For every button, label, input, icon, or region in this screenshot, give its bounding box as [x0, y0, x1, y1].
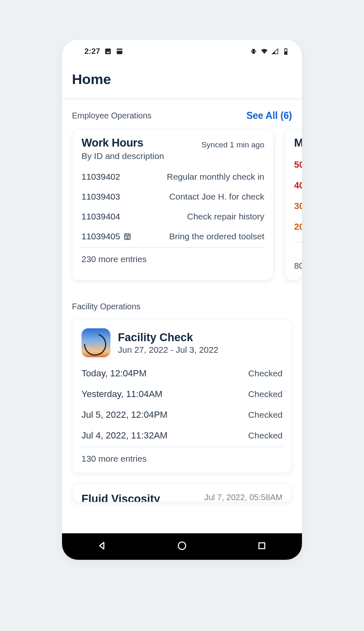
facility-status: Checked [248, 431, 283, 441]
facility-row[interactable]: Jul 5, 2022, 12:04PM Checked [81, 405, 283, 425]
row-id: 11039404 [81, 212, 120, 222]
page-title: Home [72, 71, 292, 87]
divider [294, 242, 302, 243]
signal-icon [271, 48, 279, 55]
facility-check-card[interactable]: Facility Check Jun 27, 2022 - Jul 3, 202… [72, 319, 292, 473]
android-nav-bar [62, 533, 302, 560]
work-hours-row[interactable]: 11039402 Regular monthly check in [81, 167, 264, 187]
facility-status: Checked [248, 368, 283, 378]
peek-value: 30 [294, 201, 302, 212]
svg-rect-0 [105, 48, 111, 54]
see-all-link[interactable]: See All (6) [247, 110, 292, 121]
work-hours-title: Work Hours [81, 137, 144, 149]
work-hours-row[interactable]: 11039405 Bring the ordered toolset [81, 226, 264, 246]
facility-when: Jul 4, 2022, 11:32AM [81, 430, 168, 441]
facility-status: Checked [248, 389, 283, 399]
back-icon[interactable] [97, 541, 107, 552]
svg-rect-4 [117, 48, 122, 50]
recents-icon[interactable] [257, 541, 267, 552]
facility-section-label: Facility Operations [72, 302, 292, 311]
employee-card-peek[interactable]: M 50 40 30 20 80 [285, 129, 302, 280]
svg-rect-7 [256, 50, 256, 53]
work-hours-row[interactable]: 11039404 Check repair history [81, 207, 264, 226]
work-hours-sync: Synced 1 min ago [201, 140, 264, 149]
employee-section-label: Employee Operations [72, 111, 151, 120]
work-hours-card[interactable]: Work Hours Synced 1 min ago By ID and de… [72, 129, 274, 280]
work-hours-subtitle: By ID and description [81, 151, 264, 161]
peek-title: M [294, 137, 302, 149]
row-id: 11039403 [81, 192, 120, 202]
facility-when: Today, 12:04PM [81, 368, 146, 379]
row-desc: Check repair history [187, 212, 264, 222]
image-icon [104, 48, 112, 55]
phone-frame: 2:27 Home [62, 40, 302, 560]
row-id: 11039405 [81, 231, 120, 241]
svg-rect-10 [285, 48, 287, 49]
peek-footer: 80 [294, 261, 302, 271]
calendar-icon [123, 232, 132, 241]
facility-card-title: Facility Check [118, 331, 218, 344]
svg-rect-6 [251, 50, 252, 53]
peek-value: 20 [294, 222, 302, 232]
app-header: Home [62, 63, 302, 99]
peek-value: 40 [294, 180, 302, 191]
facility-more[interactable]: 130 more entries [81, 447, 283, 464]
vibrate-icon [250, 48, 257, 55]
facility-when: Yesterday, 11:04AM [81, 389, 163, 400]
peek-value: 50 [294, 159, 302, 170]
facility-row[interactable]: Jul 4, 2022, 11:32AM Checked [81, 425, 283, 446]
fluid-viscosity-card[interactable]: Fluid Viscosity Jul 7, 2022, 05:58AM [72, 483, 292, 502]
status-time: 2:27 [84, 47, 100, 56]
svg-rect-18 [259, 543, 265, 549]
home-icon[interactable] [177, 541, 187, 552]
row-desc: Contact Joe H. for check [169, 192, 264, 202]
fluid-date: Jul 7, 2022, 05:58AM [204, 493, 283, 502]
facility-status: Checked [248, 410, 283, 420]
wifi-icon [261, 48, 268, 55]
work-hours-more[interactable]: 230 more entries [81, 248, 264, 264]
status-bar: 2:27 [62, 40, 302, 63]
work-hours-row[interactable]: 11039403 Contact Joe H. for check [81, 187, 264, 207]
main-scroll[interactable]: Employee Operations See All (6) Work Hou… [62, 99, 302, 560]
employee-section-header: Employee Operations See All (6) [62, 110, 302, 129]
svg-rect-5 [252, 49, 255, 54]
row-desc: Bring the ordered toolset [169, 231, 264, 241]
battery-icon [282, 48, 290, 55]
calendar-small-icon [116, 48, 123, 55]
row-desc: Regular monthly check in [167, 172, 264, 182]
svg-point-17 [178, 542, 186, 549]
facility-thumbnail [81, 328, 110, 357]
facility-card-daterange: Jun 27, 2022 - Jul 3, 2022 [118, 345, 218, 355]
facility-row[interactable]: Today, 12:04PM Checked [81, 363, 283, 384]
facility-row[interactable]: Yesterday, 11:04AM Checked [81, 384, 283, 405]
facility-when: Jul 5, 2022, 12:04PM [81, 409, 168, 420]
svg-rect-9 [285, 51, 287, 55]
row-id: 11039402 [81, 172, 120, 182]
fluid-title: Fluid Viscosity [81, 493, 160, 502]
employee-card-strip[interactable]: Work Hours Synced 1 min ago By ID and de… [62, 129, 302, 284]
